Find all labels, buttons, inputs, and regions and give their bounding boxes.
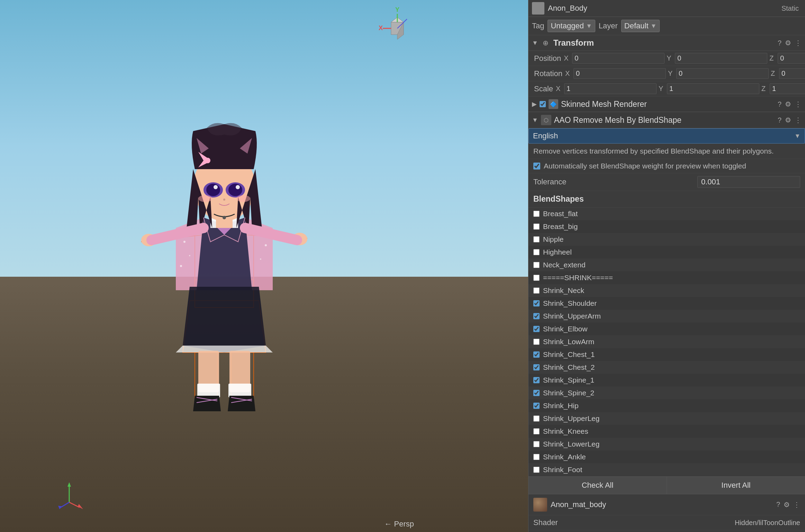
auto-blend-checkbox[interactable]: [533, 163, 540, 169]
position-xyz: X Y Z: [564, 53, 805, 64]
blendshape-label-10: Shrink_LowArm: [543, 338, 594, 346]
list-item: Shrink_Chest_2: [528, 361, 805, 374]
blendshape-checkbox-6[interactable]: [533, 287, 540, 294]
aao-description: Remove vertices transformed by specified…: [528, 144, 805, 159]
skinned-mesh-help-icon[interactable]: ?: [778, 100, 781, 108]
blendshape-checkbox-11[interactable]: [533, 351, 540, 358]
position-z-label: Z: [769, 54, 776, 62]
aao-help-icon[interactable]: ?: [778, 116, 781, 124]
transform-icon: ⊕: [541, 38, 551, 48]
transform-section-header[interactable]: ▼ ⊕ Transform ? ⚙ ⋮: [528, 35, 805, 51]
rotation-row: Rotation X Y Z: [528, 66, 805, 81]
list-item: Neck_extend: [528, 259, 805, 272]
rotation-x-input[interactable]: [573, 68, 666, 79]
tag-dropdown[interactable]: Untagged ▼: [548, 20, 595, 32]
blendshape-checkbox-16[interactable]: [533, 415, 540, 422]
shader-label: Shader: [533, 518, 731, 527]
svg-point-20: [214, 185, 218, 189]
blendshape-checkbox-4[interactable]: [533, 262, 540, 268]
list-item: Shrink_Shoulder: [528, 297, 805, 310]
tag-layer-row: Tag Untagged ▼ Layer Default ▼: [528, 17, 805, 35]
rotation-z-input[interactable]: [779, 68, 805, 79]
blendshape-checkbox-10[interactable]: [533, 339, 540, 345]
transform-menu-icon[interactable]: ⋮: [795, 39, 802, 47]
blendshape-checkbox-15[interactable]: [533, 403, 540, 409]
gizmo[interactable]: X Y: [376, 7, 417, 48]
list-item: =====SHRINK=====: [528, 272, 805, 284]
blendshape-checkbox-7[interactable]: [533, 300, 540, 306]
rotation-y-input[interactable]: [676, 68, 769, 79]
material-help-icon[interactable]: ?: [776, 501, 780, 509]
skinned-mesh-menu-icon[interactable]: ⋮: [795, 100, 802, 108]
blendshape-checkbox-12[interactable]: [533, 364, 540, 370]
material-menu-icon[interactable]: ⋮: [793, 501, 800, 509]
blendshape-label-9: Shrink_Elbow: [543, 325, 587, 333]
layer-dropdown[interactable]: Default ▼: [621, 20, 660, 32]
skinned-mesh-settings-icon[interactable]: ⚙: [785, 100, 791, 108]
language-dropdown[interactable]: English ▼: [528, 128, 805, 144]
material-icon: [533, 498, 547, 512]
blendshape-label-20: Shrink_Foot: [543, 466, 582, 474]
list-item: Shrink_Knees: [528, 425, 805, 438]
blendshape-checkbox-3[interactable]: [533, 249, 540, 255]
scale-x-input[interactable]: [564, 83, 657, 94]
svg-point-33: [223, 216, 226, 219]
aao-settings-icon[interactable]: ⚙: [785, 116, 791, 124]
scale-z-input[interactable]: [770, 83, 805, 94]
transform-icons: ? ⚙ ⋮: [778, 39, 802, 47]
svg-point-15: [205, 158, 210, 163]
list-item: Highheel: [528, 246, 805, 259]
list-item: Shrink_UpperLeg: [528, 412, 805, 425]
scale-y-input[interactable]: [667, 83, 759, 94]
position-z-input[interactable]: [778, 53, 805, 64]
rotation-xyz: X Y Z: [565, 68, 805, 79]
rotation-z-field: Z: [771, 68, 805, 79]
aao-menu-icon[interactable]: ⋮: [795, 116, 802, 124]
blendshape-checkbox-18[interactable]: [533, 441, 540, 447]
list-item: Shrink_UpperArm: [528, 310, 805, 323]
character-svg: [120, 110, 328, 422]
blendshape-label-7: Shrink_Shoulder: [543, 299, 597, 308]
aao-header[interactable]: ▼ ⬡ AAO Remove Mesh By BlendShape ? ⚙ ⋮: [528, 112, 805, 128]
transform-help-icon[interactable]: ?: [778, 39, 781, 47]
blendshape-label-13: Shrink_Spine_1: [543, 376, 594, 384]
blendshape-checkbox-5[interactable]: [533, 275, 540, 281]
blendshape-checkbox-13[interactable]: [533, 377, 540, 383]
invert-all-button[interactable]: Invert All: [667, 477, 805, 494]
blendshape-checkbox-1[interactable]: [533, 223, 540, 230]
list-item: Breast_big: [528, 220, 805, 233]
inspector-panel: Anon_Body Static Tag Untagged ▼ Layer De…: [528, 0, 805, 532]
svg-point-24: [223, 199, 225, 201]
transform-settings-icon[interactable]: ⚙: [785, 39, 791, 47]
blendshape-checkbox-14[interactable]: [533, 390, 540, 396]
svg-point-26: [183, 241, 186, 243]
svg-marker-46: [78, 504, 83, 509]
blendshape-label-8: Shrink_UpperArm: [543, 312, 601, 320]
blendshape-checkbox-2[interactable]: [533, 236, 540, 242]
scale-xyz: X Y Z: [556, 83, 805, 94]
blendshape-checkbox-17[interactable]: [533, 428, 540, 434]
position-y-input[interactable]: [675, 53, 767, 64]
svg-text:Y: Y: [395, 7, 399, 13]
blendshape-checkbox-19[interactable]: [533, 454, 540, 460]
blendshape-checkbox-8[interactable]: [533, 313, 540, 319]
material-settings-icon[interactable]: ⚙: [784, 501, 790, 509]
transform-arrow: ▼: [532, 39, 538, 47]
blendshape-checkbox-20[interactable]: [533, 467, 540, 473]
skinned-mesh-header[interactable]: ▶ 🔷 Skinned Mesh Renderer ? ⚙ ⋮: [528, 97, 805, 112]
tolerance-input[interactable]: [697, 176, 800, 188]
scale-z-field: Z: [761, 83, 805, 94]
position-x-label: X: [564, 54, 571, 62]
tolerance-label: Tolerance: [533, 177, 694, 186]
transform-title: Transform: [553, 38, 775, 48]
blendshape-checkbox-0[interactable]: [533, 211, 540, 217]
position-x-input[interactable]: [572, 53, 664, 64]
object-header: Anon_Body Static: [528, 0, 805, 17]
check-all-button[interactable]: Check All: [528, 477, 667, 494]
list-item: Shrink_Neck: [528, 284, 805, 297]
blendshape-label-6: Shrink_Neck: [543, 286, 584, 295]
aao-title: AAO Remove Mesh By BlendShape: [554, 116, 775, 125]
blendshape-checkbox-9[interactable]: [533, 326, 540, 332]
skinned-mesh-checkbox[interactable]: [540, 101, 546, 107]
character-area: [17, 17, 431, 515]
